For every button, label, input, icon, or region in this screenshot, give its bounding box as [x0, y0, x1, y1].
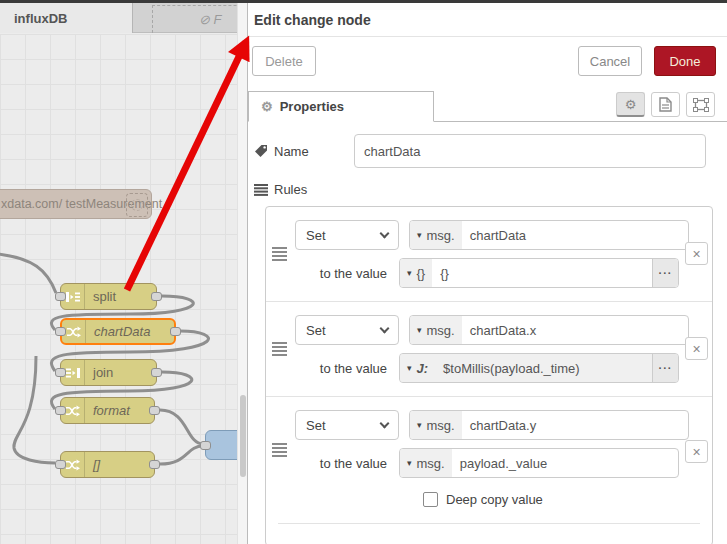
deep-copy-row: Deep copy value [423, 488, 691, 510]
to-the-value-label: to the value [295, 266, 399, 281]
output-port[interactable] [149, 460, 160, 469]
appearance-icon [693, 98, 709, 112]
scrollbar-track[interactable] [237, 3, 247, 544]
edit-tray: Edit change node Delete Cancel Done ⚙ Pr… [247, 3, 727, 544]
input-port[interactable] [55, 368, 66, 377]
caret-down-icon: ▾ [407, 363, 412, 373]
gear-icon: ⚙ [261, 99, 273, 114]
node-split[interactable]: split [60, 283, 157, 310]
node-chartdata[interactable]: chartData [60, 318, 176, 345]
drag-handle-icon[interactable] [272, 443, 287, 457]
tab-properties-label: Properties [280, 99, 344, 114]
output-port[interactable] [151, 368, 162, 377]
properties-view-button[interactable]: ⚙ [616, 92, 645, 117]
done-button[interactable]: Done [654, 46, 716, 76]
expand-editor-button[interactable]: ··· [652, 259, 678, 287]
drag-handle-icon[interactable] [272, 247, 287, 261]
node-empty-array[interactable]: [] [60, 451, 155, 478]
rule-action-select[interactable]: Set [295, 410, 399, 440]
name-input[interactable] [354, 134, 706, 168]
flow-canvas[interactable]: xdata.com/ testMeasurement split chartDa… [0, 34, 237, 544]
input-port[interactable] [55, 460, 66, 469]
value-type-button[interactable]: ▾ {} [400, 259, 432, 287]
gear-icon: ⚙ [625, 97, 637, 112]
property-type-button[interactable]: ▾ msg. [410, 411, 462, 439]
editor-tabbar: ⚙ Properties ⚙ [248, 91, 727, 122]
node-label: chartData [86, 324, 150, 339]
input-port[interactable] [200, 441, 211, 450]
flow-tab-disabled-label: ⊘ F [199, 12, 221, 27]
flow-tab-label: influxDB [14, 11, 67, 26]
rules-container: Set ▾ msg. chartData to [265, 206, 713, 544]
output-port[interactable] [170, 327, 181, 336]
delete-button[interactable]: Delete [252, 46, 316, 76]
flow-tab-disabled[interactable]: ⊘ F [152, 5, 237, 33]
property-type-button[interactable]: ▾ msg. [410, 316, 462, 344]
rule-action-select[interactable]: Set [295, 220, 399, 250]
flow-tab-influxdb[interactable]: influxDB [0, 3, 133, 33]
rules-divider [278, 523, 700, 524]
property-type-button[interactable]: ▾ msg. [410, 221, 462, 249]
edit-form: Name Rules Set [248, 122, 727, 544]
tag-icon [254, 144, 268, 158]
node-format[interactable]: format [60, 397, 155, 424]
remove-rule-button[interactable]: × [685, 440, 708, 463]
rule-property-input[interactable]: ▾ msg. chartData.x [409, 315, 689, 345]
name-field-row: Name [254, 134, 727, 168]
edit-tray-title: Edit change node [254, 12, 371, 28]
caret-down-icon: ▾ [417, 325, 422, 335]
rules-label: Rules [254, 182, 727, 197]
rule-value-input[interactable]: ▾ {} {} ··· [399, 258, 679, 288]
window-top-edge [0, 0, 727, 3]
flow-workspace: influxDB ⊘ F xdata.com/ testMeasurement … [0, 3, 237, 544]
node-influxdb-out[interactable]: xdata.com/ testMeasurement [0, 189, 152, 219]
rule-value-input[interactable]: ▾ J: $toMillis(payload._time) ··· [399, 353, 679, 383]
deep-copy-label: Deep copy value [446, 492, 543, 507]
deep-copy-checkbox[interactable] [423, 492, 438, 507]
caret-down-icon: ▾ [417, 230, 422, 240]
value-type-button[interactable]: ▾ msg. [400, 449, 452, 477]
output-port[interactable] [151, 292, 162, 301]
name-label: Name [254, 144, 354, 159]
tab-properties[interactable]: ⚙ Properties [248, 91, 434, 122]
rule-property-input[interactable]: ▾ msg. chartData [409, 220, 689, 250]
list-icon [254, 184, 268, 196]
to-the-value-label: to the value [295, 456, 399, 471]
cancel-button[interactable]: Cancel [578, 46, 642, 76]
to-the-value-label: to the value [295, 361, 399, 376]
description-view-button[interactable] [651, 92, 680, 117]
drag-handle-icon[interactable] [272, 342, 287, 356]
node-label: split [85, 289, 116, 304]
expand-editor-button[interactable]: ··· [652, 354, 678, 382]
rule-row: Set ▾ msg. chartData.y [266, 396, 712, 523]
node-label: [] [85, 457, 100, 472]
node-label: format [85, 403, 130, 418]
chevron-down-icon [380, 324, 390, 334]
input-port[interactable] [55, 406, 66, 415]
tray-toolbar: Delete Cancel Done [248, 37, 727, 85]
caret-down-icon: ▾ [417, 420, 422, 430]
remove-rule-button[interactable]: × [685, 337, 708, 360]
scrollbar-thumb[interactable] [240, 395, 246, 477]
input-port[interactable] [55, 292, 66, 301]
node-label: join [85, 365, 113, 380]
value-type-button[interactable]: ▾ J: [400, 354, 435, 382]
rule-row: Set ▾ msg. chartData.x [266, 301, 712, 396]
output-port[interactable] [149, 406, 160, 415]
caret-down-icon: ▾ [407, 458, 412, 468]
document-icon [659, 97, 672, 112]
chevron-down-icon [380, 419, 390, 429]
edit-tray-header: Edit change node [248, 3, 727, 37]
remove-rule-button[interactable]: × [685, 242, 708, 265]
rule-row: Set ▾ msg. chartData to [266, 207, 712, 301]
appearance-view-button[interactable] [686, 92, 715, 117]
influxdb-ghost-icon [126, 193, 148, 217]
caret-down-icon: ▾ [407, 268, 412, 278]
rule-property-input[interactable]: ▾ msg. chartData.y [409, 410, 689, 440]
chevron-down-icon [380, 229, 390, 239]
node-chart-dashboard[interactable] [205, 430, 237, 460]
rule-value-input[interactable]: ▾ msg. payload._value [399, 448, 679, 478]
node-join[interactable]: join [60, 359, 157, 386]
rule-action-select[interactable]: Set [295, 315, 399, 345]
input-port[interactable] [55, 327, 66, 336]
